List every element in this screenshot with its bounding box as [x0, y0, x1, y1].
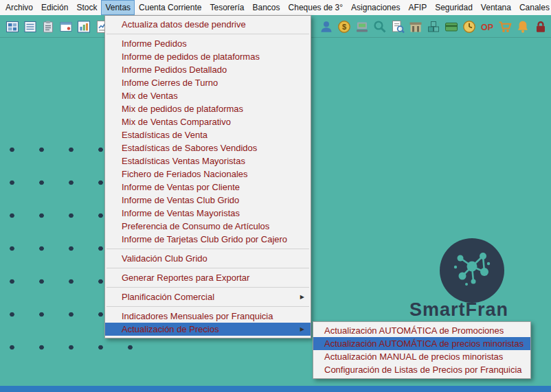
menu-item-estadisticas-de-sabores-vendidos[interactable]: Estadísticas de Sabores Vendidos — [105, 141, 311, 154]
smartfran-logo-text: SmartFran — [404, 299, 514, 321]
menu-separator — [106, 306, 309, 307]
menu-separator — [106, 268, 309, 268]
menu-item-actualizacion-de-precios[interactable]: Actualización de Precios▶ — [105, 323, 311, 336]
menu-item-fichero-de-feriados-nacionales[interactable]: Fichero de Feriados Nacionales — [105, 168, 311, 181]
menu-edicion[interactable]: Edición — [37, 0, 72, 15]
app-grid-icon[interactable] — [4, 19, 21, 35]
svg-text:$: $ — [342, 23, 346, 31]
menu-item-label: Mix de pedidos de plataformas — [122, 104, 243, 114]
menu-item-mix-de-pedidos-de-plataformas[interactable]: Mix de pedidos de plataformas — [105, 102, 311, 115]
submenu-arrow-icon: ▶ — [300, 323, 304, 336]
menu-separator — [106, 34, 309, 34]
clock-money-icon[interactable] — [461, 19, 477, 35]
menu-stock[interactable]: Stock — [72, 0, 101, 15]
menu-item-label: Configuración de Listas de Precios por F… — [324, 365, 522, 375]
menu-ventas[interactable]: Ventas — [101, 0, 135, 15]
menu-item-label: Planificación Comercial — [122, 292, 214, 302]
precios-submenu: Actualización AUTOMÁTICA de PromocionesA… — [313, 321, 531, 379]
menu-item-label: Validación Club Grido — [122, 253, 207, 264]
menu-item-actualiza-datos-desde-pendrive[interactable]: Actualiza datos desde pendrive — [105, 18, 311, 31]
menu-item-informe-de-tarjetas-club-grido-por-cajero[interactable]: Informe de Tarjetas Club Grido por Cajer… — [105, 233, 311, 246]
menu-item-actualizacion-automatica-de-promociones[interactable]: Actualización AUTOMÁTICA de Promociones — [313, 324, 530, 337]
bottom-bar — [0, 386, 551, 392]
menu-item-informe-de-ventas-por-cliente[interactable]: Informe de Ventas por Cliente — [105, 181, 311, 194]
menu-item-label: Informe de Ventas por Cliente — [122, 182, 240, 192]
menu-item-mix-de-ventas-comparativo[interactable]: Mix de Ventas Comparativo — [105, 115, 311, 128]
menu-tesoreria[interactable]: Tesorería — [205, 0, 248, 15]
menu-item-label: Informe de Ventas Mayoristas — [122, 208, 240, 218]
menu-item-preferencia-de-consumo-de-articulos[interactable]: Preferencia de Consumo de Artículos — [105, 220, 311, 233]
menu-afip[interactable]: AFIP — [404, 0, 431, 15]
menu-item-actualizacion-automatica-de-precios-minoristas[interactable]: Actualización AUTOMÁTICA de precios mino… — [313, 337, 530, 350]
search-icon[interactable] — [372, 19, 388, 35]
smartfran-logo: SmartFran — [404, 238, 514, 321]
menu-item-label: Fichero de Feriados Nacionales — [122, 169, 248, 179]
menu-item-label: Actualización AUTOMÁTICA de precios mino… — [324, 338, 524, 349]
menu-item-informe-pedidos[interactable]: Informe Pedidos — [105, 37, 311, 50]
menu-item-label: Actualiza datos desde pendrive — [122, 19, 246, 30]
menu-item-label: Estadísticas de Sabores Vendidos — [122, 143, 257, 153]
menu-item-estadisticas-ventas-mayoristas[interactable]: Estadísticas Ventas Mayoristas — [105, 154, 311, 168]
menu-item-configuracion-de-listas-de-precios-por-franquicia[interactable]: Configuración de Listas de Precios por F… — [313, 363, 530, 376]
menu-item-label: Informe Pedidos Detallado — [122, 65, 227, 75]
menu-item-estadisticas-de-venta[interactable]: Estadísticas de Venta — [105, 128, 311, 141]
menu-separator — [106, 249, 309, 249]
menu-item-label: Mix de Ventas Comparativo — [122, 117, 231, 127]
menu-canales[interactable]: Canales — [515, 0, 551, 15]
menu-item-informe-de-pedidos-de-plataformas[interactable]: Informe de pedidos de plataformas — [105, 50, 311, 63]
smartfran-logo-icon — [439, 238, 505, 303]
menu-item-label: Indicadores Mensuales por Franquicia — [122, 311, 273, 321]
menu-cheques-de-3[interactable]: Cheques de 3° — [284, 0, 348, 15]
menu-bancos[interactable]: Bancos — [249, 0, 284, 15]
menu-cuenta-corriente[interactable]: Cuenta Corriente — [135, 0, 205, 15]
menu-item-label: Estadísticas Ventas Mayoristas — [122, 156, 245, 166]
menu-item-label: Actualización MANUAL de precios minorist… — [324, 351, 503, 362]
app-window: SmartFran $OP ArchivoEdiciónStockVentasC… — [0, 0, 551, 392]
menu-item-label: Preferencia de Consumo de Artículos — [122, 221, 269, 231]
ventas-dropdown: Actualiza datos desde pendriveInforme Pe… — [104, 15, 311, 338]
toolbar-right-group: $OP — [318, 19, 549, 35]
menu-item-label: Generar Reportes para Exportar — [122, 273, 249, 283]
menu-item-mix-de-ventas[interactable]: Mix de Ventas — [105, 89, 311, 102]
menu-item-planificacion-comercial[interactable]: Planificación Comercial▶ — [105, 290, 311, 303]
bell-icon[interactable] — [515, 19, 531, 35]
menu-item-label: Informe Pedidos — [122, 38, 187, 49]
money-icon[interactable]: $ — [336, 19, 352, 35]
menu-item-informe-pedidos-detallado[interactable]: Informe Pedidos Detallado — [105, 63, 311, 76]
submenu-arrow-icon: ▶ — [300, 290, 304, 303]
menu-item-label: Informe de Tarjetas Club Grido por Cajer… — [122, 234, 287, 244]
menubar: ArchivoEdiciónStockVentasCuenta Corrient… — [0, 0, 551, 15]
list-icon[interactable] — [22, 19, 38, 35]
menu-seguridad[interactable]: Seguridad — [431, 0, 477, 15]
menu-item-label: Informe de pedidos de plataformas — [122, 51, 260, 62]
lock-icon[interactable] — [532, 19, 549, 35]
menu-item-validacion-club-grido[interactable]: Validación Club Grido — [105, 252, 311, 265]
clipboard-icon[interactable] — [40, 19, 56, 35]
menu-item-indicadores-mensuales-por-franquicia[interactable]: Indicadores Mensuales por Franquicia — [105, 310, 311, 323]
card-icon[interactable] — [443, 19, 460, 35]
pos-terminal-icon[interactable] — [354, 19, 370, 35]
menu-ventana[interactable]: Ventana — [477, 0, 515, 15]
window-icon[interactable] — [58, 19, 74, 35]
menu-separator — [106, 287, 309, 288]
op-icon[interactable]: OP — [479, 19, 495, 35]
menu-item-generar-reportes-para-exportar[interactable]: Generar Reportes para Exportar — [105, 271, 311, 284]
menu-item-label: Actualización de Precios — [122, 324, 219, 334]
toolbar-left-group — [4, 19, 110, 35]
menu-archivo[interactable]: Archivo — [1, 0, 37, 15]
menu-item-label: Actualización AUTOMÁTICA de Promociones — [324, 325, 504, 336]
cart-icon[interactable] — [497, 19, 513, 35]
menu-item-label: Estadísticas de Venta — [122, 130, 207, 140]
menu-item-actualizacion-manual-de-precios-minoristas[interactable]: Actualización MANUAL de precios minorist… — [313, 350, 530, 363]
user-icon[interactable] — [318, 19, 335, 35]
chart-icon[interactable] — [76, 19, 92, 35]
menu-item-informe-de-ventas-mayoristas[interactable]: Informe de Ventas Mayoristas — [105, 207, 311, 220]
building-icon[interactable] — [407, 19, 424, 35]
document-search-icon[interactable] — [390, 19, 406, 35]
menu-item-label: Infome Cierres de Turno — [122, 78, 218, 88]
svg-text:OP: OP — [481, 23, 493, 32]
menu-item-infome-cierres-de-turno[interactable]: Infome Cierres de Turno — [105, 76, 311, 89]
menu-item-informe-de-ventas-club-grido[interactable]: Informe de Ventas Club Grido — [105, 194, 311, 207]
menu-asignaciones[interactable]: Asignaciones — [347, 0, 404, 15]
boxes-icon[interactable] — [425, 19, 442, 35]
